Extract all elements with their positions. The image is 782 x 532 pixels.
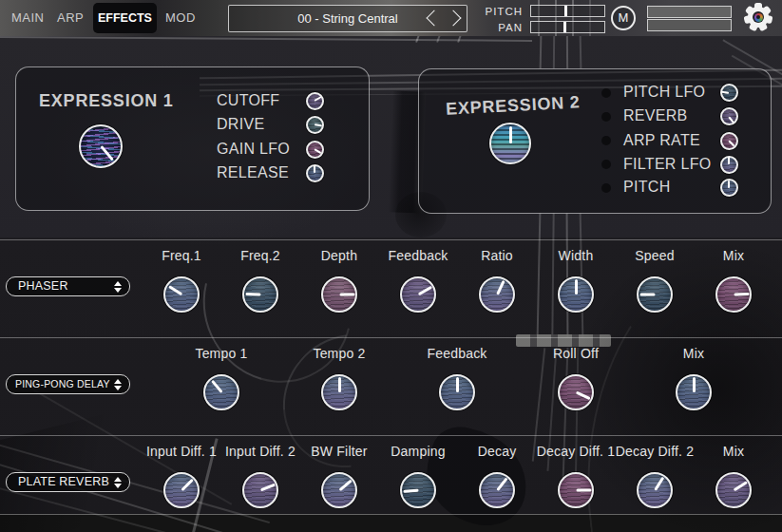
tab-arp[interactable]: ARP <box>57 0 84 36</box>
knob-needle <box>496 477 507 490</box>
expression-1-main-knob[interactable] <box>79 124 123 168</box>
param-label-arp-rate: ARP RATE <box>623 132 700 149</box>
knob-plate-reverb-input-diff-2[interactable] <box>242 472 278 508</box>
knob-plate-reverb-decay[interactable] <box>479 472 515 508</box>
knob-needle <box>211 379 223 392</box>
param-knob-reverb[interactable] <box>720 107 738 125</box>
param-knob-drive[interactable] <box>306 116 324 134</box>
effect-selector-phaser[interactable]: PHASER <box>6 276 130 296</box>
knob-phaser-depth[interactable] <box>321 276 357 313</box>
pitch-label: PITCH <box>479 6 523 17</box>
effect-row-ping-pong-delay: PING-PONG DELAYTempo 1Tempo 2FeedbackRol… <box>0 337 782 435</box>
param-dot <box>601 112 611 122</box>
knob-plate-reverb-decay-diff-1[interactable] <box>558 472 594 508</box>
tab-mod[interactable]: MOD <box>165 0 196 36</box>
knob-plate-reverb-input-diff-1[interactable] <box>163 472 200 508</box>
pan-slider[interactable] <box>530 21 605 33</box>
param-dot <box>601 88 611 98</box>
tab-effects[interactable]: EFFECTS <box>93 3 157 33</box>
knob-phaser-mix[interactable] <box>715 276 752 313</box>
knob-label-tempo-2: Tempo 2 <box>273 346 406 361</box>
knob-needle <box>728 157 730 164</box>
expression-2-main-knob[interactable] <box>489 123 531 164</box>
param-knob-pitch-lfo[interactable] <box>720 84 738 102</box>
knob-phaser-speed[interactable] <box>637 276 673 313</box>
knob-needle <box>456 377 459 392</box>
knob-ping-pong-delay-roll-off[interactable] <box>558 374 594 410</box>
knob-needle <box>728 141 734 147</box>
knob-plate-reverb-decay-diff-2[interactable] <box>637 472 673 508</box>
violin-string-line <box>553 36 555 68</box>
param-label-release: RELEASE <box>217 164 289 181</box>
effect-selector-plate-reverb[interactable]: PLATE REVERB <box>6 472 130 492</box>
knob-needle <box>734 292 749 295</box>
knob-plate-reverb-bw-filter[interactable] <box>321 472 357 508</box>
param-dot <box>601 160 611 169</box>
violin-string-line <box>580 36 582 68</box>
param-label-cutoff: CUTOFF <box>217 92 279 109</box>
pitch-slider-handle[interactable] <box>564 6 567 16</box>
pan-label: PAN <box>479 22 523 33</box>
param-knob-cutoff[interactable] <box>306 92 324 110</box>
meter-bar-bottom[interactable] <box>647 19 732 31</box>
knob-needle <box>338 479 352 491</box>
expression-panel-1: EXPRESSION 1CUTOFFDRIVEGAIN LFORELEASE <box>15 66 370 211</box>
knob-phaser-freq-2[interactable] <box>242 276 278 313</box>
updown-arrows-icon <box>114 477 122 488</box>
knob-needle <box>728 180 730 188</box>
plugin-window: MAINARPEFFECTSMOD 00 - String Central PI… <box>0 0 782 532</box>
knob-needle <box>721 90 729 93</box>
effect-selector-ping-pong-delay[interactable]: PING-PONG DELAY <box>6 374 130 394</box>
knob-needle <box>417 285 431 295</box>
meter-bar-top[interactable] <box>647 6 732 18</box>
knob-needle <box>654 476 664 490</box>
knob-plate-reverb-damping[interactable] <box>400 472 436 508</box>
knob-needle <box>403 488 418 492</box>
knob-needle <box>259 483 275 491</box>
knob-needle <box>315 124 322 126</box>
param-knob-gain-lfo[interactable] <box>306 141 324 159</box>
violin-string-line <box>540 36 542 68</box>
pan-slider-handle[interactable] <box>563 22 566 32</box>
knob-phaser-feedback[interactable] <box>400 276 436 313</box>
param-label-reverb: REVERB <box>623 107 688 124</box>
knob-phaser-width[interactable] <box>558 276 594 313</box>
knob-label-feedback: Feedback <box>391 346 524 361</box>
knob-ping-pong-delay-tempo-1[interactable] <box>203 374 239 410</box>
knob-plate-reverb-mix[interactable] <box>715 472 752 508</box>
settings-gear-icon[interactable] <box>744 3 772 31</box>
mute-button[interactable]: M <box>611 6 636 30</box>
param-knob-filter-lfo[interactable] <box>720 156 738 174</box>
tab-main[interactable]: MAIN <box>11 0 45 36</box>
knob-phaser-ratio[interactable] <box>479 276 515 313</box>
effect-row-phaser: PHASERFreq.1Freq.2DepthFeedbackRatioWidt… <box>0 239 782 337</box>
param-dot <box>601 183 611 193</box>
knob-phaser-freq-1[interactable] <box>163 276 200 313</box>
knob-label-roll-off: Roll Off <box>509 346 642 361</box>
pitch-slider[interactable] <box>530 5 605 17</box>
knob-ping-pong-delay-feedback[interactable] <box>439 374 475 410</box>
knob-ping-pong-delay-tempo-2[interactable] <box>321 374 357 410</box>
param-label-filter-lfo: FILTER LFO <box>623 156 712 173</box>
bottom-divider <box>0 514 782 515</box>
knob-needle <box>181 478 193 490</box>
param-knob-arp-rate[interactable] <box>720 132 738 150</box>
knob-label-tempo-1: Tempo 1 <box>155 346 288 361</box>
expression-panel-2: EXPRESSION 2PITCH LFOREVERBARP RATEFILTE… <box>418 68 772 214</box>
knob-needle <box>168 285 182 295</box>
knob-needle <box>728 116 734 123</box>
knob-needle <box>575 279 578 294</box>
param-label-pitch-lfo: PITCH LFO <box>623 84 705 101</box>
knob-needle <box>575 390 590 399</box>
param-knob-release[interactable] <box>306 164 324 182</box>
knob-ping-pong-delay-mix[interactable] <box>676 374 712 410</box>
updown-arrows-icon <box>114 379 122 390</box>
updown-arrows-icon <box>114 281 122 293</box>
effect-row-plate-reverb: PLATE REVERBInput Diff. 1Input Diff. 2BW… <box>0 435 782 514</box>
knob-needle <box>314 148 321 154</box>
preset-selector[interactable]: 00 - String Central <box>228 5 467 32</box>
knob-needle <box>314 165 315 173</box>
param-knob-pitch[interactable] <box>720 179 738 197</box>
violin-string-line <box>566 36 568 68</box>
knob-needle <box>496 279 505 294</box>
